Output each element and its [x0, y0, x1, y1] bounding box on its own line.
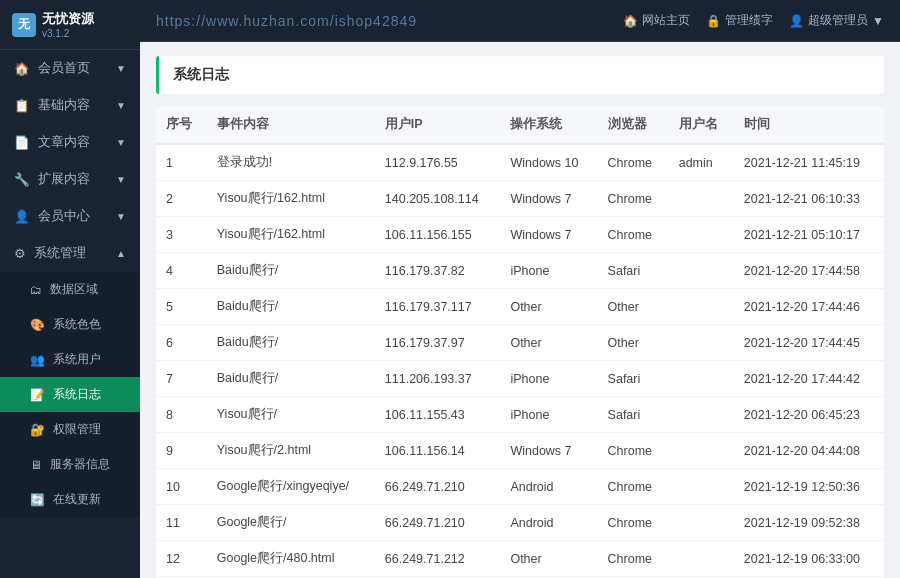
cell-4: Chrome [598, 217, 669, 253]
cell-3: Windows 7 [500, 433, 597, 469]
cell-2: 116.179.37.82 [375, 253, 501, 289]
cell-4: Other [598, 289, 669, 325]
cell-2: 116.179.37.117 [375, 289, 501, 325]
cell-0: 9 [156, 433, 207, 469]
cell-1: Baidu爬行/ [207, 253, 375, 289]
sidebar-item-text-content[interactable]: 📄 文章内容 ▼ [0, 124, 140, 161]
user-button[interactable]: 👤 超级管理员 ▼ [789, 12, 884, 29]
cell-3: iPhone [500, 253, 597, 289]
cell-1: Google爬行/ [207, 505, 375, 541]
logo-version: v3.1.2 [42, 28, 94, 39]
cell-6: 2021-12-21 06:10:33 [734, 181, 884, 217]
home-icon: 🏠 [14, 61, 30, 76]
sidebar: 无 无忧资源 v3.1.2 🏠 会员首页 ▼ 📋 基础内容 ▼ 📄 文章内容 ▼… [0, 0, 140, 578]
sidebar-item-member-home[interactable]: 🏠 会员首页 ▼ [0, 50, 140, 87]
cell-4: Chrome [598, 505, 669, 541]
table-row: 4Baidu爬行/116.179.37.82iPhoneSafari2021-1… [156, 253, 884, 289]
table-row: 1登录成功!112.9.176.55Windows 10Chromeadmin2… [156, 144, 884, 181]
cell-0: 11 [156, 505, 207, 541]
cell-4: Safari [598, 253, 669, 289]
cell-5 [669, 253, 734, 289]
sidebar-item-system-user[interactable]: 👥 系统用户 [0, 342, 140, 377]
cell-2: 106.11.155.43 [375, 397, 501, 433]
cell-1: Baidu爬行/ [207, 289, 375, 325]
cell-6: 2021-12-21 11:45:19 [734, 144, 884, 181]
cell-6: 2021-12-20 17:44:46 [734, 289, 884, 325]
home-nav-icon: 🏠 [623, 14, 638, 28]
table-row: 9Yisou爬行/2.html106.11.156.14Windows 7Chr… [156, 433, 884, 469]
col-header-ip: 用户IP [375, 106, 501, 144]
cell-0: 4 [156, 253, 207, 289]
cell-2: 66.249.71.210 [375, 505, 501, 541]
cell-3: Android [500, 469, 597, 505]
log-icon: 📝 [30, 388, 45, 402]
manage-button[interactable]: 🔒 管理绩字 [706, 12, 773, 29]
cell-0: 6 [156, 325, 207, 361]
log-table: 序号 事件内容 用户IP 操作系统 浏览器 用户名 时间 1登录成功!112.9… [156, 106, 884, 578]
cell-5 [669, 181, 734, 217]
cell-0: 12 [156, 541, 207, 577]
cell-5 [669, 397, 734, 433]
cell-6: 2021-12-19 09:52:38 [734, 505, 884, 541]
cell-1: 登录成功! [207, 144, 375, 181]
cell-5 [669, 289, 734, 325]
cell-1: Baidu爬行/ [207, 361, 375, 397]
data-area-icon: 🗂 [30, 283, 42, 297]
cell-1: Baidu爬行/ [207, 325, 375, 361]
sidebar-item-system-manage[interactable]: ⚙ 系统管理 ▲ [0, 235, 140, 272]
cell-4: Chrome [598, 144, 669, 181]
system-icon: ⚙ [14, 246, 26, 261]
cell-2: 66.249.71.210 [375, 469, 501, 505]
sidebar-item-server-info[interactable]: 🖥 服务器信息 [0, 447, 140, 482]
user-icon: 👥 [30, 353, 45, 367]
sidebar-item-member-center[interactable]: 👤 会员中心 ▼ [0, 198, 140, 235]
cell-3: Android [500, 505, 597, 541]
table-row: 5Baidu爬行/116.179.37.117OtherOther2021-12… [156, 289, 884, 325]
cell-0: 5 [156, 289, 207, 325]
table-row: 2Yisou爬行/162.html140.205.108.114Windows … [156, 181, 884, 217]
page-title: 系统日志 [156, 56, 884, 94]
cell-5 [669, 217, 734, 253]
col-header-os: 操作系统 [500, 106, 597, 144]
col-header-time: 时间 [734, 106, 884, 144]
sidebar-item-data-area[interactable]: 🗂 数据区域 [0, 272, 140, 307]
sidebar-item-online-update[interactable]: 🔄 在线更新 [0, 482, 140, 517]
manage-icon: 🔒 [706, 14, 721, 28]
extend-icon: 🔧 [14, 172, 30, 187]
sidebar-item-permission-manage[interactable]: 🔐 权限管理 [0, 412, 140, 447]
content-area: 系统日志 序号 事件内容 用户IP 操作系统 浏览器 用户名 时间 1登录成功!… [140, 42, 900, 578]
arrow-icon: ▼ [116, 211, 126, 222]
cell-1: Yisou爬行/2.html [207, 433, 375, 469]
cell-5 [669, 469, 734, 505]
cell-6: 2021-12-20 06:45:23 [734, 397, 884, 433]
cell-1: Google爬行/xingyeqiye/ [207, 469, 375, 505]
table-row: 6Baidu爬行/116.179.37.97OtherOther2021-12-… [156, 325, 884, 361]
cell-2: 140.205.108.114 [375, 181, 501, 217]
sidebar-item-extend-content[interactable]: 🔧 扩展内容 ▼ [0, 161, 140, 198]
cell-1: Yisou爬行/162.html [207, 217, 375, 253]
table-row: 12Google爬行/480.html66.249.71.212OtherChr… [156, 541, 884, 577]
logo-icon: 无 [12, 13, 36, 37]
cell-2: 66.249.71.212 [375, 541, 501, 577]
cell-4: Other [598, 325, 669, 361]
col-header-browser: 浏览器 [598, 106, 669, 144]
sidebar-item-system-color[interactable]: 🎨 系统色色 [0, 307, 140, 342]
arrow-up-icon: ▲ [116, 248, 126, 259]
sidebar-item-system-log[interactable]: 📝 系统日志 [0, 377, 140, 412]
cell-5 [669, 361, 734, 397]
cell-4: Safari [598, 397, 669, 433]
table-row: 7Baidu爬行/111.206.193.37iPhoneSafari2021-… [156, 361, 884, 397]
arrow-icon: ▼ [116, 100, 126, 111]
cell-2: 116.179.37.97 [375, 325, 501, 361]
cell-1: Google爬行/480.html [207, 541, 375, 577]
home-button[interactable]: 🏠 网站主页 [623, 12, 690, 29]
main-wrapper: https://www.huzhan.com/ishop42849 🏠 网站主页… [140, 0, 900, 578]
cell-6: 2021-12-21 05:10:17 [734, 217, 884, 253]
log-table-wrapper: 序号 事件内容 用户IP 操作系统 浏览器 用户名 时间 1登录成功!112.9… [156, 106, 884, 578]
cell-6: 2021-12-20 17:44:42 [734, 361, 884, 397]
cell-6: 2021-12-20 04:44:08 [734, 433, 884, 469]
sidebar-item-basic-content[interactable]: 📋 基础内容 ▼ [0, 87, 140, 124]
cell-2: 111.206.193.37 [375, 361, 501, 397]
cell-3: iPhone [500, 397, 597, 433]
cell-1: Yisou爬行/162.html [207, 181, 375, 217]
